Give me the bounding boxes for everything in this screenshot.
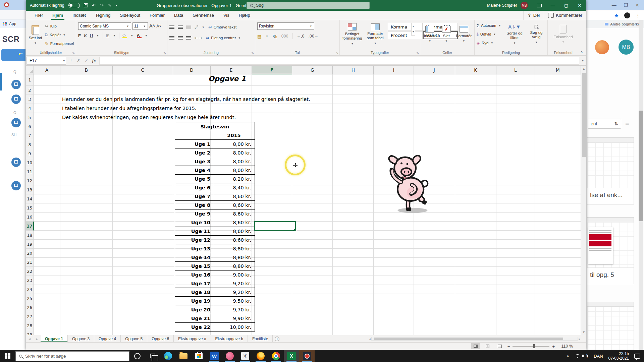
cell-D8[interactable]	[173, 140, 211, 149]
cell-M28[interactable]	[535, 321, 581, 330]
cell-E4[interactable]	[211, 104, 252, 113]
cell-J27[interactable]	[414, 312, 455, 321]
column-header-E[interactable]: E	[211, 66, 252, 74]
bookmark-star-icon[interactable]: ★	[614, 12, 619, 19]
video-card[interactable]	[587, 302, 634, 350]
cell-D22[interactable]	[173, 267, 211, 276]
cell-A29[interactable]	[34, 330, 60, 335]
ribbon-tab-hjælp[interactable]: Hjælp	[234, 11, 255, 20]
cell-L26[interactable]	[496, 303, 535, 312]
cell-A2[interactable]	[34, 86, 60, 95]
dialog-launcher-icon[interactable]: ⇘	[416, 51, 419, 55]
cell-C8[interactable]	[113, 140, 173, 149]
cell-M21[interactable]	[535, 258, 581, 267]
other-bookmarks-label[interactable]: Andre bogmærker	[610, 22, 641, 26]
cell-A3[interactable]	[34, 95, 60, 104]
dialog-launcher-icon[interactable]: ⇘	[163, 51, 166, 55]
cell-J13[interactable]	[414, 185, 455, 194]
row-header-28[interactable]: 28	[26, 321, 34, 330]
scroll-up-icon[interactable]: ▲	[581, 67, 586, 70]
cell-D16[interactable]	[173, 213, 211, 222]
cell-H10[interactable]	[333, 158, 374, 167]
share-button[interactable]: ⇪Del	[523, 11, 544, 20]
cell-E6[interactable]	[211, 122, 252, 131]
sheet-nav-right-icon[interactable]: ▸	[33, 335, 41, 342]
cell-H11[interactable]	[333, 167, 374, 176]
dialog-launcher-icon[interactable]: ⇘	[72, 51, 75, 55]
cell-C24[interactable]	[113, 285, 173, 294]
align-top-icon[interactable]	[169, 25, 174, 29]
percent-style-icon[interactable]: %	[273, 34, 277, 39]
row-header-13[interactable]: 13	[26, 185, 34, 194]
cell-I25[interactable]	[374, 294, 414, 303]
ribbon-tab-vis[interactable]: Vis	[219, 11, 234, 20]
cell-B23[interactable]	[60, 276, 113, 285]
cell-K5[interactable]	[455, 113, 497, 122]
column-header-I[interactable]: I	[374, 66, 414, 74]
cell-L20[interactable]	[496, 249, 535, 258]
cell-K29[interactable]	[455, 330, 497, 335]
cell-G18[interactable]	[292, 231, 333, 240]
row-header-12[interactable]: 12	[26, 176, 34, 185]
cell-K14[interactable]	[455, 194, 497, 203]
cell-F21[interactable]	[252, 258, 292, 267]
insert-cells-button[interactable]: Indsæt▾	[422, 21, 437, 47]
tray-chevron-icon[interactable]: ∧	[567, 354, 569, 358]
cell-K18[interactable]	[455, 231, 497, 240]
cell-G19[interactable]	[292, 240, 333, 249]
sheet-tab-opgave-4[interactable]: Opgave 4	[94, 335, 121, 342]
cell-G13[interactable]	[292, 185, 333, 194]
cell-L11[interactable]	[496, 167, 535, 176]
cell-D9[interactable]	[173, 149, 211, 158]
row-header-27[interactable]: 27	[26, 312, 34, 321]
cell-C9[interactable]	[113, 149, 173, 158]
row-header-23[interactable]: 23	[26, 276, 34, 285]
cell-L17[interactable]	[496, 222, 535, 231]
cell-I11[interactable]	[374, 167, 414, 176]
orientation-icon[interactable]: ⤢	[195, 24, 198, 30]
cell-G29[interactable]	[292, 330, 333, 335]
cell-H19[interactable]	[333, 240, 374, 249]
cell-L27[interactable]	[496, 312, 535, 321]
row-header-20[interactable]: 20	[26, 249, 34, 258]
cell-K26[interactable]	[455, 303, 497, 312]
cell-D19[interactable]	[173, 240, 211, 249]
cell-H23[interactable]	[333, 276, 374, 285]
cell-L28[interactable]	[496, 321, 535, 330]
cell-C3[interactable]	[113, 95, 173, 104]
taskbar-geogebra-button[interactable]: ✳	[237, 350, 253, 362]
cell-H29[interactable]	[333, 330, 374, 335]
comments-button[interactable]: Kommentarer	[544, 11, 586, 20]
cell-E19[interactable]	[211, 240, 252, 249]
cell-B20[interactable]	[60, 249, 113, 258]
cell-M14[interactable]	[535, 194, 581, 203]
cell-K23[interactable]	[455, 276, 497, 285]
row-header-5[interactable]: 5	[26, 113, 34, 122]
cell-A17[interactable]	[34, 222, 60, 231]
cell-F26[interactable]	[252, 303, 292, 312]
cell-A12[interactable]	[34, 176, 60, 185]
cell-L29[interactable]	[496, 330, 535, 335]
cell-E1[interactable]	[211, 74, 252, 86]
cell-E3[interactable]	[211, 95, 252, 104]
list-view-icon[interactable]: ≡	[625, 119, 629, 127]
cell-I10[interactable]	[374, 158, 414, 167]
cell-C21[interactable]	[113, 258, 173, 267]
cell-I12[interactable]	[374, 176, 414, 185]
undo-icon[interactable]: ↶	[92, 3, 96, 8]
cell-B16[interactable]	[60, 213, 113, 222]
cell-C22[interactable]	[113, 267, 173, 276]
row-header-16[interactable]: 16	[26, 213, 34, 222]
sheet-tab-opgave-6[interactable]: Opgave 6	[147, 335, 174, 342]
cell-J20[interactable]	[414, 249, 455, 258]
cell-K4[interactable]	[455, 104, 497, 113]
cancel-icon[interactable]: ✗	[77, 58, 80, 63]
cell-M1[interactable]	[535, 74, 581, 86]
cell-F12[interactable]	[252, 176, 292, 185]
cell-M17[interactable]	[535, 222, 581, 231]
cell-D29[interactable]	[173, 330, 211, 335]
cell-K22[interactable]	[455, 267, 497, 276]
dialog-launcher-icon[interactable]: ⇘	[251, 51, 254, 55]
cell-L3[interactable]	[496, 95, 535, 104]
row-header-7[interactable]: 7	[26, 131, 34, 140]
